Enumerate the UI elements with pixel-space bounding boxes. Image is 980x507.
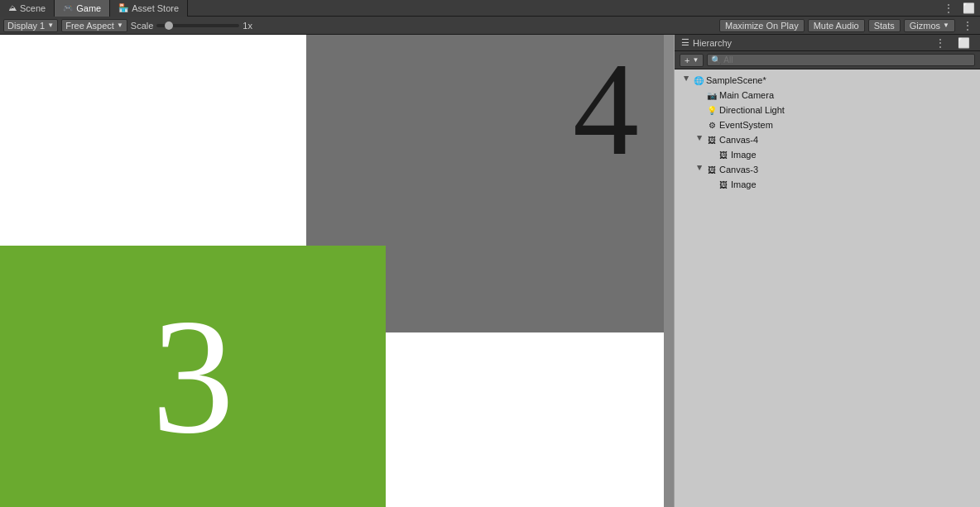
hierarchy-title: ☰ Hierarchy [681,37,732,48]
tab-scene[interactable]: ⛰ Scene [0,0,55,17]
tree-item-directional-light[interactable]: 💡 Directional Light [675,103,980,117]
tab-asset-store-label: Asset Store [132,3,179,13]
hierarchy-add-arrow: ▼ [692,56,699,64]
main-camera-label: Main Camera [719,90,774,100]
hierarchy-header: ☰ Hierarchy ⋮ ⬜ [675,35,980,51]
display-label: Display 1 [7,21,45,31]
gizmos-button[interactable]: Gizmos ▼ [904,19,955,32]
canvas-4-label: Canvas-4 [719,135,758,145]
quad-bottom-left: 3 [0,246,386,507]
event-system-label: EventSystem [719,120,773,130]
hierarchy-add-icon: + [685,55,689,65]
hierarchy-title-icon: ☰ [681,37,689,48]
search-icon: 🔍 [711,55,721,65]
maximize-on-play-button[interactable]: Maximize On Play [719,19,805,32]
directional-light-icon: 💡 [706,104,718,116]
mute-audio-label: Mute Audio [814,21,859,31]
game-view: 4 3 [0,35,674,507]
mute-audio-button[interactable]: Mute Audio [808,19,865,32]
tree-item-canvas-3[interactable]: ▶ 🖼 Canvas-3 [675,162,980,177]
tab-asset-store[interactable]: 🏪 Asset Store [110,0,188,17]
aspect-label: Free Aspect [65,21,114,31]
hierarchy-title-label: Hierarchy [693,38,732,48]
maximize-on-play-label: Maximize On Play [725,21,799,31]
scene-icon: 🌐 [693,74,704,86]
directional-light-label: Directional Light [719,105,785,115]
tree-item-image-3[interactable]: 🖼 Image [675,177,980,192]
hierarchy-search-box[interactable]: 🔍 [707,54,975,66]
top-tab-bar: ⛰ Scene 🎮 Game 🏪 Asset Store ⋮ ⬜ [0,0,980,17]
scale-section: Scale 1x [131,21,252,31]
hierarchy-toolbar: + ▼ 🔍 [675,51,980,69]
canvas-4-icon: 🖼 [706,134,718,146]
number-4-display: 4 [573,43,639,175]
scale-slider[interactable] [156,24,239,27]
stats-button[interactable]: Stats [868,19,901,32]
scale-slider-thumb [165,22,173,30]
quad-top-left [0,35,306,246]
hierarchy-search-input[interactable] [723,55,790,65]
canvas-3-icon: 🖼 [706,164,718,175]
tab-game-label: Game [76,3,101,13]
quad-bottom-right [386,332,664,507]
hierarchy-maximize-button[interactable]: ⬜ [954,37,973,49]
game-tab-icon: 🎮 [63,3,73,12]
aspect-dropdown-arrow: ▼ [117,22,123,29]
scene-label: SampleScene* [706,75,766,85]
stats-label: Stats [874,21,895,31]
tree-item-event-system[interactable]: ⚙ EventSystem [675,117,980,132]
canvas4-expand-arrow[interactable]: ▶ [696,135,704,145]
tab-scene-label: Scene [20,3,46,13]
tab-game[interactable]: 🎮 Game [55,0,110,17]
asset-store-tab-icon: 🏪 [118,3,128,12]
tab-options-button[interactable]: ⋮ [939,2,958,15]
tree-item-canvas-4[interactable]: ▶ 🖼 Canvas-4 [675,132,980,147]
main-layout: 4 3 ☰ Hierarchy ⋮ ⬜ + ▼ 🔍 [0,35,980,507]
gizmos-label: Gizmos [910,21,940,31]
scale-label: Scale [131,21,154,31]
hierarchy-tree: ▶ 🌐 SampleScene* 📷 Main Camera 💡 Directi… [675,69,980,507]
image-4-icon: 🖼 [718,149,729,160]
image-3-icon: 🖼 [718,179,729,190]
event-system-icon: ⚙ [706,119,718,131]
canvas-3-label: Canvas-3 [719,165,758,175]
tree-item-image-4[interactable]: 🖼 Image [675,147,980,162]
canvas3-expand-arrow[interactable]: ▶ [696,165,704,175]
toolbar-options-button[interactable]: ⋮ [958,19,977,32]
display-dropdown[interactable]: Display 1 ▼ [3,19,58,32]
maximize-button[interactable]: ⬜ [958,2,980,14]
display-dropdown-arrow: ▼ [47,22,54,29]
aspect-dropdown[interactable]: Free Aspect ▼ [61,19,127,32]
image-4-label: Image [731,150,757,160]
hierarchy-add-button[interactable]: + ▼ [680,54,704,67]
game-toolbar: Display 1 ▼ Free Aspect ▼ Scale 1x Maxim… [0,17,980,35]
tree-item-main-camera[interactable]: 📷 Main Camera [675,88,980,103]
number-3-display: 3 [151,294,234,459]
hierarchy-panel: ☰ Hierarchy ⋮ ⬜ + ▼ 🔍 ▶ 🌐 SampleSce [674,35,980,507]
scale-value: 1x [243,21,252,31]
tree-item-sample-scene[interactable]: ▶ 🌐 SampleScene* [675,73,980,88]
scene-expand-arrow: ▶ [683,75,690,85]
camera-icon: 📷 [706,89,718,101]
hierarchy-options-button[interactable]: ⋮ [931,36,949,50]
scene-tab-icon: ⛰ [8,3,17,12]
image-3-label: Image [731,179,757,189]
gizmos-arrow: ▼ [943,22,949,29]
